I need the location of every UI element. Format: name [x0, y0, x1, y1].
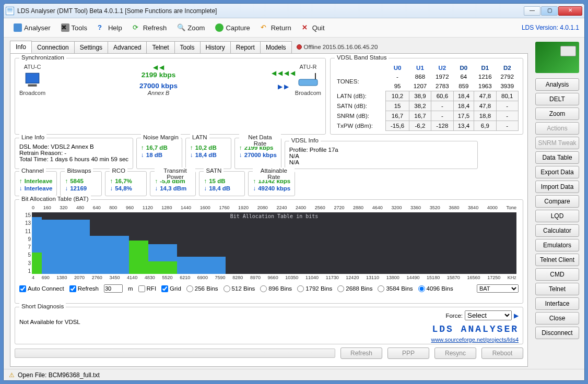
- minimize-button[interactable]: —: [524, 6, 540, 16]
- tab-report[interactable]: Report: [230, 41, 261, 53]
- version-label: LDS Version: 4.0.1.1: [522, 24, 579, 31]
- refresh-checkbox[interactable]: Refresh: [69, 285, 99, 292]
- diagnosis-group: Short Diagnosis Not Available for VDSL F…: [15, 307, 523, 344]
- bands-group: VDSL Band Status U0U1U2D0D1D2 TONES:-868…: [330, 58, 523, 135]
- bins-512[interactable]: 512 Bins: [224, 285, 255, 292]
- side-import-data-button[interactable]: Import Data: [535, 181, 579, 193]
- statusbar: ⚠ Open File: BCM96368_full.txt: [4, 369, 584, 380]
- warning-icon: ⚠: [9, 371, 15, 379]
- svg-rect-2: [299, 79, 317, 86]
- offline-icon: [297, 44, 302, 50]
- sync-group: Synchronization ATU-C Broadcom ◀◀ 2199 k…: [15, 58, 326, 135]
- titlebar: LDS Analyser (DMT Tool) Beta 4.0.1.1 [So…: [4, 4, 584, 18]
- side-close-button[interactable]: Close: [535, 312, 579, 325]
- grid-checkbox[interactable]: Grid: [161, 285, 181, 292]
- rfi-checkbox[interactable]: RFI: [138, 285, 157, 292]
- autoconnect-checkbox[interactable]: Auto Connect: [19, 285, 64, 292]
- return-button[interactable]: ↶Return: [256, 21, 296, 34]
- attainable-group: Attainable Rate13142 kbps49240 kbps: [248, 171, 295, 196]
- router-icon: [296, 72, 320, 88]
- tab-models[interactable]: Models: [260, 41, 292, 53]
- pcb-image: [535, 42, 579, 73]
- help-button[interactable]: ?Help: [93, 21, 127, 34]
- info-panel: Synchronization ATU-C Broadcom ◀◀ 2199 k…: [10, 53, 528, 367]
- window: LDS Analyser (DMT Tool) Beta 4.0.1.1 [So…: [3, 3, 585, 381]
- quit-button[interactable]: ✕Quit: [297, 21, 330, 34]
- tab-telnet[interactable]: Telnet: [146, 41, 174, 53]
- tab-history[interactable]: History: [200, 41, 231, 53]
- offline-status: Offline 2015.05.16.06.45.20: [297, 44, 378, 50]
- rco-group: RCO16,7%54,8%: [105, 171, 147, 196]
- app-icon: [6, 7, 14, 15]
- tab-info[interactable]: Info: [10, 41, 32, 53]
- capture-icon: [215, 23, 224, 32]
- bins-896[interactable]: 896 Bins: [260, 285, 292, 292]
- refresh-button[interactable]: ⟳Refresh: [128, 21, 172, 34]
- bat-xaxis-bottom: 4690138020702760345041404830552062106900…: [32, 275, 516, 282]
- side-disconnect-button[interactable]: Disconnect: [535, 327, 579, 339]
- side-telnet-client-button[interactable]: Telnet Client: [535, 254, 579, 266]
- side-telnet-button[interactable]: Telnet: [535, 283, 579, 295]
- project-link[interactable]: www.sourceforge.net/projects/lds4: [431, 337, 519, 343]
- refresh-spinner[interactable]: [104, 284, 123, 293]
- side-actions-button[interactable]: Actions: [535, 122, 579, 135]
- bands-table: U0U1U2D0D1D2 TONES:-86819726412162792 95…: [335, 64, 519, 131]
- side-emulators-button[interactable]: Emulators: [535, 239, 579, 251]
- bat-group: Bit Allocation Table (BAT) 15131197531 0…: [15, 199, 523, 304]
- reboot-button[interactable]: Reboot: [481, 347, 523, 359]
- computer-icon: [23, 71, 41, 89]
- quit-icon: ✕: [302, 23, 310, 32]
- rate-up: 2199 kbps: [45, 71, 272, 79]
- tab-tools[interactable]: Tools: [174, 41, 201, 53]
- force-play-icon[interactable]: ▶: [514, 312, 519, 319]
- side-zoom-button[interactable]: Zoom: [535, 107, 579, 120]
- tabs: Info Connection Settings Advanced Telnet…: [10, 41, 528, 53]
- bat-yaxis: 15131197531: [20, 212, 31, 274]
- tools-button[interactable]: ✖Tools: [56, 21, 92, 34]
- lds-logo: LDS ANALYSER: [432, 324, 519, 334]
- capture-button[interactable]: Capture: [210, 21, 254, 34]
- toolbar: Analyser ✖Tools ?Help ⟳Refresh 🔍Zoom Cap…: [4, 18, 584, 38]
- bat-xaxis-top: 0160320480640800960112012801440160017601…: [32, 205, 516, 211]
- side-data-table-button[interactable]: Data Table: [535, 151, 579, 164]
- side-compare-button[interactable]: Compare: [535, 195, 579, 208]
- svg-rect-1: [28, 85, 37, 87]
- refresh-bottom-button[interactable]: Refresh: [340, 347, 382, 359]
- return-icon: ↶: [261, 23, 269, 32]
- force-select[interactable]: Select: [465, 310, 512, 320]
- analyser-icon: [14, 23, 22, 32]
- zoom-button[interactable]: 🔍Zoom: [172, 21, 209, 34]
- bins-3584[interactable]: 3584 Bins: [378, 285, 413, 292]
- analyser-button[interactable]: Analyser: [9, 21, 55, 34]
- close-button[interactable]: ✕: [558, 6, 582, 16]
- bins-4096[interactable]: 4096 Bins: [418, 285, 453, 292]
- zoom-icon: 🔍: [177, 23, 185, 32]
- bat-dropdown[interactable]: BAT: [477, 284, 519, 293]
- bat-chart[interactable]: Bit Allocation Table in bits: [32, 212, 516, 274]
- side-lqd-button[interactable]: LQD: [535, 210, 579, 222]
- sidebar: AnalysisDELTZoomActionsSNRM TweakData Ta…: [532, 38, 584, 369]
- ppp-button[interactable]: PPP: [387, 347, 429, 359]
- txpower-group: Transmit Power-5,8 dBm14,3 dBm: [150, 171, 196, 196]
- resync-button[interactable]: Resync: [434, 347, 476, 359]
- tab-connection[interactable]: Connection: [31, 41, 75, 53]
- bins-1792[interactable]: 1792 Bins: [297, 285, 332, 292]
- bins-256[interactable]: 256 Bins: [186, 285, 218, 292]
- side-export-data-button[interactable]: Export Data: [535, 166, 579, 178]
- side-cmd-button[interactable]: CMD: [535, 268, 579, 281]
- tools-icon: ✖: [61, 23, 69, 32]
- side-calculator-button[interactable]: Calculator: [535, 224, 579, 237]
- side-interface-button[interactable]: Interface: [535, 297, 579, 310]
- tab-settings[interactable]: Settings: [74, 41, 108, 53]
- tab-advanced[interactable]: Advanced: [108, 41, 147, 53]
- side-snrm-tweak-button[interactable]: SNRM Tweak: [535, 137, 579, 149]
- help-icon: ?: [98, 23, 106, 32]
- side-analysis-button[interactable]: Analysis: [535, 78, 579, 91]
- latn-group: LATN10,2 dB18,4 dB: [185, 138, 231, 169]
- side-delt-button[interactable]: DELT: [535, 93, 579, 105]
- maximize-button[interactable]: ▢: [541, 6, 558, 16]
- progress-bar: [15, 349, 335, 358]
- bins-2688[interactable]: 2688 Bins: [337, 285, 372, 292]
- vdsl-info-group: VDSL Info Profile: Profile 17aN/AN/A: [285, 141, 478, 169]
- svg-rect-0: [26, 73, 39, 83]
